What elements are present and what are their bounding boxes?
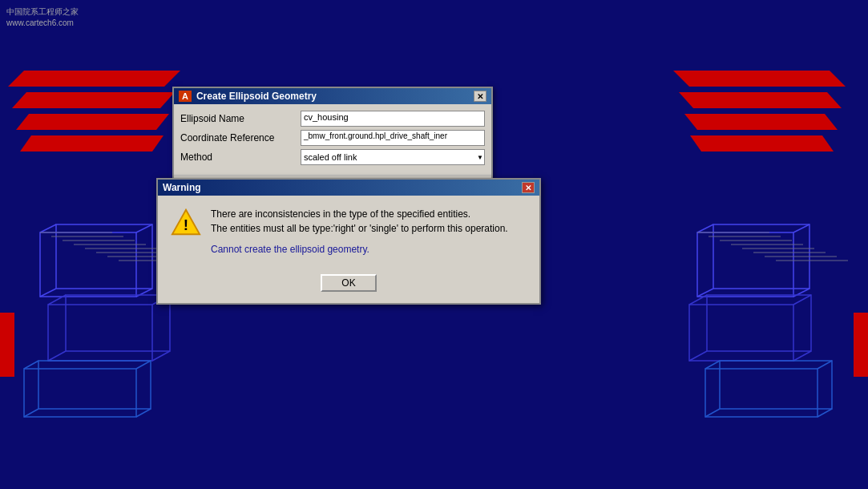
warning-message: There are inconsistencies in the type of… bbox=[211, 207, 508, 257]
warning-dialog: Warning ✕ ! There are inconsistencies in… bbox=[156, 178, 541, 305]
main-dialog-title-bar: A Create Ellipsoid Geometry ✕ bbox=[174, 88, 491, 104]
warning-line2: The entities must all be type:'right' or… bbox=[211, 221, 508, 236]
ellipsoid-name-input[interactable]: cv_housing bbox=[301, 111, 485, 127]
red-bar-left bbox=[0, 313, 14, 377]
warning-button-row: OK bbox=[158, 268, 539, 303]
main-dialog-content: Ellipsoid Name cv_housing Coordinate Ref… bbox=[174, 104, 491, 175]
watermark-line2: www.cartech6.com bbox=[6, 18, 79, 29]
coordinate-reference-input[interactable]: _bmw_front.ground.hpl_drive_shaft_iner bbox=[301, 130, 485, 146]
red-bar-right bbox=[854, 313, 868, 377]
warning-triangle-icon: ! bbox=[171, 207, 201, 237]
warning-line1: There are inconsistencies in the type of… bbox=[211, 207, 508, 221]
warning-dialog-close-button[interactable]: ✕ bbox=[522, 182, 535, 193]
warning-line3: Cannot create the ellipsoid geometry. bbox=[211, 242, 508, 257]
main-dialog-app-icon: A bbox=[179, 91, 192, 102]
ellipsoid-name-row: Ellipsoid Name cv_housing bbox=[180, 111, 485, 127]
warning-dialog-title: Warning bbox=[163, 182, 201, 193]
coordinate-reference-row: Coordinate Reference _bmw_front.ground.h… bbox=[180, 130, 485, 146]
main-dialog-close-button[interactable]: ✕ bbox=[474, 91, 486, 102]
method-select-wrapper: scaled off link ▼ bbox=[301, 149, 485, 165]
warning-dialog-content: ! There are inconsistencies in the type … bbox=[158, 196, 539, 268]
method-row: Method scaled off link ▼ bbox=[180, 149, 485, 165]
main-dialog-title: Create Ellipsoid Geometry bbox=[196, 91, 317, 102]
ellipsoid-name-label: Ellipsoid Name bbox=[180, 113, 301, 124]
coordinate-reference-label: Coordinate Reference bbox=[180, 132, 301, 143]
method-label: Method bbox=[180, 152, 301, 163]
method-select[interactable]: scaled off link bbox=[301, 149, 485, 165]
warning-ok-button[interactable]: OK bbox=[321, 274, 377, 292]
watermark: 中国院系工程师之家 www.cartech6.com bbox=[6, 6, 79, 29]
svg-text:!: ! bbox=[184, 216, 188, 233]
watermark-line1: 中国院系工程师之家 bbox=[6, 6, 79, 18]
warning-dialog-title-bar: Warning ✕ bbox=[158, 180, 539, 196]
